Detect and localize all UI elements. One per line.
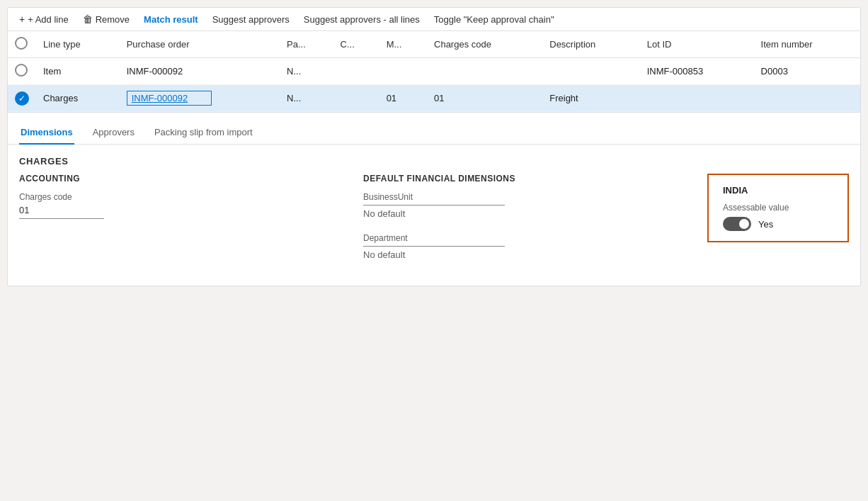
row2-lot-id bbox=[640, 85, 754, 112]
col-header-purchase-order: Purchase order bbox=[120, 31, 280, 58]
india-title: INDIA bbox=[723, 185, 833, 196]
row1-checkbox[interactable] bbox=[15, 64, 28, 77]
col-header-c: C... bbox=[333, 31, 379, 58]
match-result-button[interactable]: Match result bbox=[144, 14, 198, 25]
toggle-keep-button[interactable]: Toggle "Keep approval chain" bbox=[434, 14, 554, 25]
table-header-row: Line type Purchase order Pa... C... M...… bbox=[8, 31, 860, 58]
business-unit-field: BusinessUnit No default bbox=[363, 192, 679, 219]
table-row[interactable]: Item INMF-000092 N... INMF-000853 D0003 bbox=[8, 58, 860, 85]
section-charges-title: CHARGES bbox=[19, 156, 849, 167]
col-header-lot-id: Lot ID bbox=[640, 31, 754, 58]
details-area: CHARGES ACCOUNTING Charges code 01 DEFAU… bbox=[8, 145, 860, 286]
row1-charges-code bbox=[427, 58, 542, 85]
tab-approvers[interactable]: Approvers bbox=[91, 121, 136, 145]
department-default: No default bbox=[363, 249, 679, 260]
row2-checkbox-cell: ✓ bbox=[8, 85, 36, 112]
main-container: + + Add line 🗑 Remove Match result Sugge… bbox=[7, 7, 861, 286]
row1-checkbox-cell bbox=[8, 58, 36, 85]
col-header-pa: Pa... bbox=[280, 31, 333, 58]
col-header-description: Description bbox=[542, 31, 639, 58]
tabs-bar: Dimensions Approvers Packing slip from i… bbox=[8, 113, 860, 145]
row2-charges-code: 01 bbox=[427, 85, 542, 112]
department-field: Department No default bbox=[363, 233, 679, 260]
invoice-table: Line type Purchase order Pa... C... M...… bbox=[8, 31, 860, 112]
row1-lot-id: INMF-000853 bbox=[640, 58, 754, 85]
row1-item-number: D0003 bbox=[754, 58, 860, 85]
row2-description: Freight bbox=[542, 85, 639, 112]
assessable-value-toggle[interactable] bbox=[723, 217, 751, 231]
charges-code-field: Charges code 01 bbox=[19, 192, 335, 219]
suggest-approvers-all-button[interactable]: Suggest approvers - all lines bbox=[304, 14, 420, 25]
row1-pa: N... bbox=[280, 58, 333, 85]
col-header-item-number: Item number bbox=[754, 31, 860, 58]
trash-icon: 🗑 bbox=[83, 13, 93, 25]
row2-m: 01 bbox=[379, 85, 427, 112]
remove-button[interactable]: 🗑 Remove bbox=[83, 13, 130, 25]
row2-c bbox=[333, 85, 379, 112]
details-columns: ACCOUNTING Charges code 01 DEFAULT FINAN… bbox=[19, 174, 849, 274]
charges-code-label: Charges code bbox=[19, 192, 335, 202]
col-header-m: M... bbox=[379, 31, 427, 58]
row1-line-type: Item bbox=[36, 58, 120, 85]
business-unit-default: No default bbox=[363, 208, 679, 219]
row2-checkbox-checked[interactable]: ✓ bbox=[15, 91, 29, 106]
table-row[interactable]: ✓ Charges INMF-000092 N... 01 01 Freight bbox=[8, 85, 860, 112]
accounting-label: ACCOUNTING bbox=[19, 174, 335, 184]
toolbar: + + Add line 🗑 Remove Match result Sugge… bbox=[8, 8, 860, 31]
row2-line-type: Charges bbox=[36, 85, 120, 112]
row2-item-number bbox=[754, 85, 860, 112]
assessable-value-label: Assessable value bbox=[723, 203, 833, 213]
row1-purchase-order: INMF-000092 bbox=[120, 58, 280, 85]
business-unit-label: BusinessUnit bbox=[363, 192, 679, 202]
row1-m bbox=[379, 58, 427, 85]
tab-dimensions[interactable]: Dimensions bbox=[19, 121, 74, 145]
department-label: Department bbox=[363, 233, 679, 243]
financial-label: DEFAULT FINANCIAL DIMENSIONS bbox=[363, 174, 679, 184]
table-area: Line type Purchase order Pa... C... M...… bbox=[8, 31, 860, 113]
row1-c bbox=[333, 58, 379, 85]
add-line-button[interactable]: + + Add line bbox=[19, 13, 69, 25]
india-column: INDIA Assessable value Yes bbox=[707, 174, 849, 242]
business-unit-input[interactable] bbox=[363, 205, 505, 206]
india-box: INDIA Assessable value Yes bbox=[707, 174, 849, 242]
col-header-line-type: Line type bbox=[36, 31, 120, 58]
col-header-charges-code: Charges code bbox=[427, 31, 542, 58]
accounting-column: ACCOUNTING Charges code 01 bbox=[19, 174, 335, 230]
charges-code-value[interactable]: 01 bbox=[19, 205, 104, 219]
assessable-value-toggle-row: Yes bbox=[723, 217, 833, 231]
financial-column: DEFAULT FINANCIAL DIMENSIONS BusinessUni… bbox=[363, 174, 679, 274]
row1-description bbox=[542, 58, 639, 85]
department-input[interactable] bbox=[363, 246, 505, 247]
tab-packing-slip[interactable]: Packing slip from import bbox=[153, 121, 254, 145]
col-header-checkbox bbox=[8, 31, 36, 58]
suggest-approvers-button[interactable]: Suggest approvers bbox=[212, 14, 290, 25]
assessable-value-toggle-label: Yes bbox=[758, 219, 773, 230]
header-checkbox[interactable] bbox=[15, 37, 28, 50]
row2-pa: N... bbox=[280, 85, 333, 112]
row2-purchase-order[interactable]: INMF-000092 bbox=[120, 85, 280, 112]
add-icon: + bbox=[19, 13, 25, 25]
